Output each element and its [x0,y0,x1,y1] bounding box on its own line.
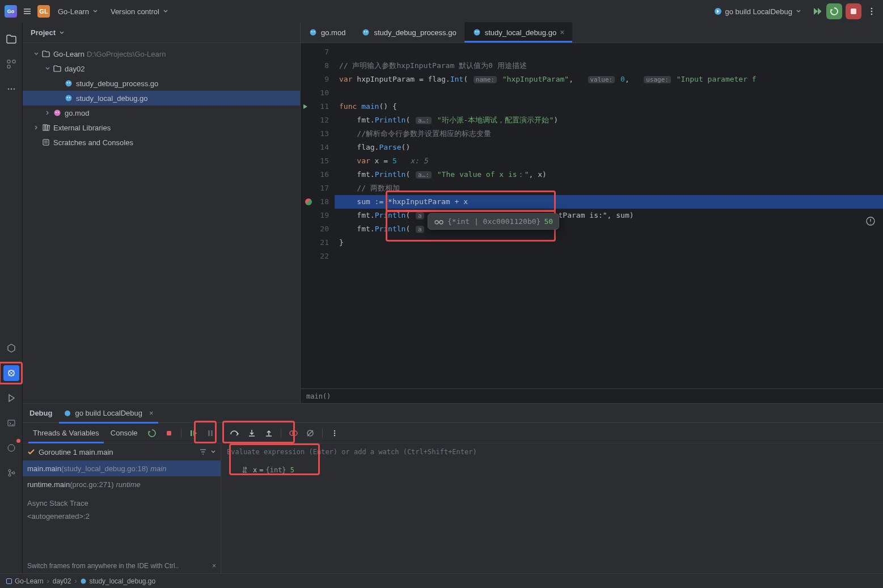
git-icon[interactable] [3,465,19,481]
svg-rect-7 [7,65,10,68]
code-line[interactable]: // 两数相加 [335,181,883,195]
tree-item[interactable]: Scratches and Consoles [23,135,300,150]
code-line[interactable]: var hxpInputParam = flag.Int( name: "hxp… [335,73,883,86]
warning-icon[interactable] [865,215,876,227]
svg-point-4 [871,14,873,15]
code-line[interactable] [335,45,883,59]
stop-icon[interactable] [162,426,176,441]
autogen-label: <autogenerated>:2 [23,510,221,523]
tree-item[interactable]: study_local_debug.go [23,91,300,105]
stack-frame[interactable]: runtime.main (proc.go:271) runtime [23,476,221,492]
more-icon[interactable] [865,5,878,18]
pause-icon[interactable] [203,426,218,441]
tree-item[interactable]: Go-LearnD:\GoProjects\Go-Learn [23,46,300,61]
code-line[interactable]: flag.Parse() [335,141,883,154]
mute-breakpoints-icon[interactable] [303,426,318,441]
code-line[interactable]: func main() { [335,100,883,113]
code-line[interactable]: // 声明输入参数hxpInputParam 默认值为0 用途描述 [335,59,883,73]
problems-icon[interactable] [3,440,19,456]
svg-rect-20 [43,125,45,130]
resume-icon[interactable] [186,426,201,441]
editor-tab[interactable]: go.mod [301,22,353,43]
step-out-icon[interactable] [261,426,276,441]
tree-item[interactable]: go.mod [23,105,300,120]
hamburger-icon[interactable] [20,5,34,18]
breadcrumb-fn[interactable]: main() [306,392,331,400]
code-line[interactable]: sum := *hxpInputParam + x [335,195,883,209]
var-type: {int} [265,466,286,474]
terminal-icon[interactable] [3,415,19,431]
chevron-down-icon[interactable] [210,449,216,455]
code-line[interactable]: //解析命令行参数并设置相应的标志变量 [335,127,883,141]
ide-logo-icon: Go [5,5,17,18]
svg-point-11 [66,81,72,87]
vcs-dropdown[interactable]: Version control [106,5,173,18]
run-tool-icon[interactable] [3,390,19,406]
code-line[interactable]: fmt.Println( a [335,222,883,236]
chevron-down-icon [163,9,168,14]
svg-point-46 [333,434,335,435]
svg-point-29 [366,31,367,32]
run-config-dropdown[interactable]: go build LocalDebug [709,5,806,18]
code-line[interactable] [335,249,883,263]
code-line[interactable]: fmt.Println( a…: "The value of x is：", x… [335,168,883,181]
code-line[interactable]: } [335,236,883,249]
svg-point-45 [333,432,335,433]
services-icon[interactable] [3,340,19,356]
tree-item[interactable]: day02 [23,61,300,76]
console-tab[interactable]: Console [106,423,142,443]
status-crumb[interactable]: Go-Learn [15,577,44,585]
debug-tool-icon[interactable] [3,365,19,381]
svg-point-9 [10,88,12,90]
svg-rect-6 [12,60,15,63]
code-line[interactable]: fmt.Println( a tParam is:", sum) [335,209,883,222]
debug-config-tab[interactable]: go build LocalDebug × [61,404,155,423]
evaluate-expression-input[interactable]: Evaluate expression (Enter) or add a wat… [221,443,883,460]
code-line[interactable] [335,86,883,100]
project-panel-title: Project [31,28,56,37]
svg-point-28 [364,31,365,32]
threads-variables-tab[interactable]: Threads & Variables [28,423,104,443]
close-icon[interactable]: × [149,409,154,417]
editor-tab[interactable]: study_local_debug.go× [464,22,573,43]
svg-point-19 [58,112,59,113]
chevron-down-icon [92,9,98,14]
tip-text: Switch frames from anywhere in the IDE w… [27,562,179,570]
stop-button[interactable] [846,3,861,19]
step-over-icon[interactable] [227,426,242,441]
project-tool-icon[interactable] [4,32,19,46]
variable-row[interactable]: 1001 x = {int} 5 [221,463,883,477]
module-icon [6,578,12,585]
status-crumb[interactable]: study_local_debug.go [89,577,155,585]
vcs-label: Version control [111,7,159,16]
code-line[interactable]: fmt.Println( a…: "珩小派-本地调试，配置演示开始") [335,113,883,127]
chevron-down-icon[interactable] [59,30,65,36]
editor-tab[interactable]: study_debug_process.go [353,22,464,43]
close-icon[interactable]: × [560,28,564,37]
view-breakpoints-icon[interactable] [286,426,301,441]
filter-icon[interactable] [199,448,207,456]
svg-point-56 [81,578,86,583]
svg-point-2 [871,8,873,10]
goroutine-label[interactable]: Goroutine 1 main.main [39,448,113,456]
svg-rect-37 [167,431,171,435]
stack-frame[interactable]: runtime.goexit (asm_amd64.s:1695) runtim… [23,492,221,497]
status-crumb[interactable]: day02 [53,577,71,585]
svg-point-42 [293,431,297,435]
stack-frame[interactable]: main.main (study_local_debug.go:18) main [23,460,221,476]
structure-tool-icon[interactable] [4,57,19,71]
tree-item[interactable]: External Libraries [23,120,300,135]
svg-point-24 [310,29,316,36]
eval-value: 50 [544,217,553,226]
project-panel: Project Go-LearnD:\GoProjects\Go-Learnda… [23,23,301,403]
run-button[interactable] [809,5,823,18]
project-dropdown[interactable]: Go-Learn [53,5,103,18]
rerun-debug-button[interactable] [826,3,842,19]
close-icon[interactable]: × [212,562,216,570]
tree-item[interactable]: study_debug_process.go [23,76,300,91]
more-tools-icon[interactable] [4,82,19,96]
step-into-icon[interactable] [244,426,259,441]
debug-more-icon[interactable] [327,426,342,441]
code-line[interactable]: var x = 5 x: 5 [335,154,883,168]
rerun-icon[interactable] [145,426,159,441]
